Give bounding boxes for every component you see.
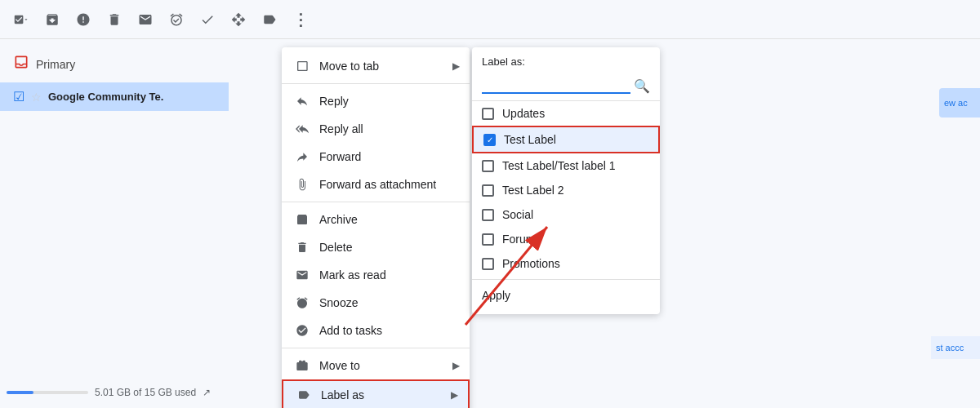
menu-divider-2 — [282, 202, 470, 202]
menu-item-move-to[interactable]: Move to ▶ — [282, 352, 470, 379]
label-social-text: Social — [502, 208, 533, 221]
storage-fill — [7, 391, 33, 394]
menu-label-delete: Delete — [319, 241, 352, 254]
menu-item-mark-as-read[interactable]: Mark as read — [282, 261, 470, 289]
blue-partial-top: ew ac — [939, 88, 980, 118]
menu-item-snooze[interactable]: Snooze — [282, 289, 470, 317]
storage-track — [7, 391, 88, 394]
label-test-label-text: Test Label — [504, 133, 556, 146]
label-submenu: Label as: 🔍 Updates ✓ Test Label Test La… — [472, 47, 660, 314]
menu-item-reply[interactable]: Reply — [282, 87, 470, 115]
menu-label-move-to-tab: Move to tab — [319, 60, 379, 73]
blue-partial-bottom-text: st accc — [936, 343, 964, 353]
move-to-arrow-icon: ▶ — [452, 360, 460, 371]
menu-item-forward-attachment[interactable]: Forward as attachment — [282, 171, 470, 198]
blue-partial-bottom: st accc — [931, 336, 980, 359]
menu-label-snooze: Snooze — [319, 296, 358, 309]
storage-bar: 5.01 GB of 15 GB used ↗ — [7, 387, 211, 398]
storage-link-icon: ↗ — [203, 387, 211, 398]
label-forums-text: Forums — [502, 233, 541, 246]
label-as-arrow-icon: ▶ — [451, 389, 458, 401]
select-checkbox-icon[interactable] — [13, 11, 29, 28]
attachment-icon — [295, 177, 310, 192]
done-toolbar-icon[interactable] — [199, 11, 216, 28]
menu-label-forward-attachment: Forward as attachment — [319, 178, 436, 191]
tasks-icon — [295, 323, 310, 338]
label-item-social[interactable]: Social — [472, 202, 660, 227]
label-menu-icon — [296, 388, 311, 402]
social-checkbox[interactable] — [482, 209, 494, 221]
star-icon[interactable]: ☆ — [31, 91, 42, 104]
sidebar: Primary ☑ ☆ Google Community Te. 5.01 GB… — [0, 39, 229, 408]
archive-menu-icon — [295, 212, 310, 227]
delete-menu-icon — [295, 240, 310, 255]
email-toolbar-icon[interactable] — [137, 11, 154, 28]
tab-icon — [295, 59, 310, 73]
context-menu: Move to tab ▶ Reply Reply all Forward — [282, 47, 470, 408]
toolbar: ⋮ — [0, 0, 980, 39]
menu-label-move-to: Move to — [319, 359, 360, 372]
label-search-box: 🔍 — [472, 72, 660, 101]
spam-toolbar-icon[interactable] — [75, 11, 91, 28]
menu-divider-1 — [282, 83, 470, 84]
label-updates-text: Updates — [502, 107, 545, 120]
menu-item-delete[interactable]: Delete — [282, 233, 470, 261]
forward-icon — [295, 149, 310, 164]
menu-divider-3 — [282, 348, 470, 348]
reply-all-icon — [295, 122, 310, 136]
inbox-icon — [13, 54, 29, 74]
menu-label-reply: Reply — [319, 95, 349, 108]
menu-item-move-to-tab[interactable]: Move to tab ▶ — [282, 52, 470, 80]
label-as-title: Label as: — [472, 47, 660, 72]
blue-partial-text: ew ac — [944, 98, 968, 108]
menu-item-forward[interactable]: Forward — [282, 143, 470, 171]
more-toolbar-icon[interactable]: ⋮ — [292, 11, 309, 28]
test-label-2-checkbox[interactable] — [482, 184, 494, 197]
forums-checkbox[interactable] — [482, 233, 494, 246]
menu-label-label-as: Label as — [321, 388, 364, 401]
primary-label: Primary — [36, 58, 75, 71]
archive-toolbar-icon[interactable] — [44, 11, 60, 28]
label-test-label-1-text: Test Label/Test label 1 — [502, 159, 616, 172]
label-toolbar-icon[interactable] — [261, 11, 278, 28]
menu-label-archive: Archive — [319, 213, 358, 226]
arrow-icon: ▶ — [452, 60, 460, 72]
menu-label-forward: Forward — [319, 150, 361, 163]
email-checkbox[interactable]: ☑ — [13, 89, 24, 104]
label-item-test-label-2[interactable]: Test Label 2 — [472, 178, 660, 202]
menu-label-reply-all: Reply all — [319, 122, 363, 135]
label-item-promotions[interactable]: Promotions — [472, 251, 660, 276]
mark-read-icon — [295, 268, 310, 282]
label-promotions-text: Promotions — [502, 257, 560, 270]
email-row[interactable]: ☑ ☆ Google Community Te. — [0, 82, 229, 111]
storage-text: 5.01 GB of 15 GB used — [95, 387, 196, 398]
label-item-forums[interactable]: Forums — [472, 227, 660, 251]
menu-label-mark-as-read: Mark as read — [319, 268, 386, 282]
updates-checkbox[interactable] — [482, 108, 494, 120]
move-menu-icon — [295, 358, 310, 373]
label-item-test-label-1[interactable]: Test Label/Test label 1 — [472, 153, 660, 178]
snooze-toolbar-icon[interactable] — [168, 11, 185, 28]
label-as-title-text: Label as: — [482, 55, 525, 68]
move-toolbar-icon[interactable] — [230, 11, 247, 28]
promotions-checkbox[interactable] — [482, 258, 494, 270]
menu-label-add-to-tasks: Add to tasks — [319, 324, 382, 337]
test-label-1-checkbox[interactable] — [482, 160, 494, 172]
menu-item-add-to-tasks[interactable]: Add to tasks — [282, 317, 470, 344]
email-sender: Google Community Te. — [48, 91, 163, 103]
label-item-updates[interactable]: Updates — [472, 101, 660, 126]
apply-button[interactable]: Apply — [472, 283, 660, 308]
label-search-input[interactable] — [482, 79, 630, 94]
label-test-label-2-text: Test Label 2 — [502, 184, 564, 197]
label-divider — [472, 279, 660, 280]
test-label-checkbox[interactable]: ✓ — [483, 134, 496, 146]
delete-toolbar-icon[interactable] — [106, 11, 122, 28]
menu-item-label-as[interactable]: Label as ▶ — [282, 379, 470, 408]
snooze-menu-icon — [295, 295, 310, 310]
label-search-icon: 🔍 — [634, 78, 650, 94]
menu-item-reply-all[interactable]: Reply all — [282, 115, 470, 143]
menu-item-archive[interactable]: Archive — [282, 206, 470, 233]
main-area: Primary ☑ ☆ Google Community Te. 5.01 GB… — [0, 39, 980, 408]
label-item-test-label[interactable]: ✓ Test Label — [472, 126, 660, 153]
primary-tab[interactable]: Primary — [0, 46, 229, 82]
